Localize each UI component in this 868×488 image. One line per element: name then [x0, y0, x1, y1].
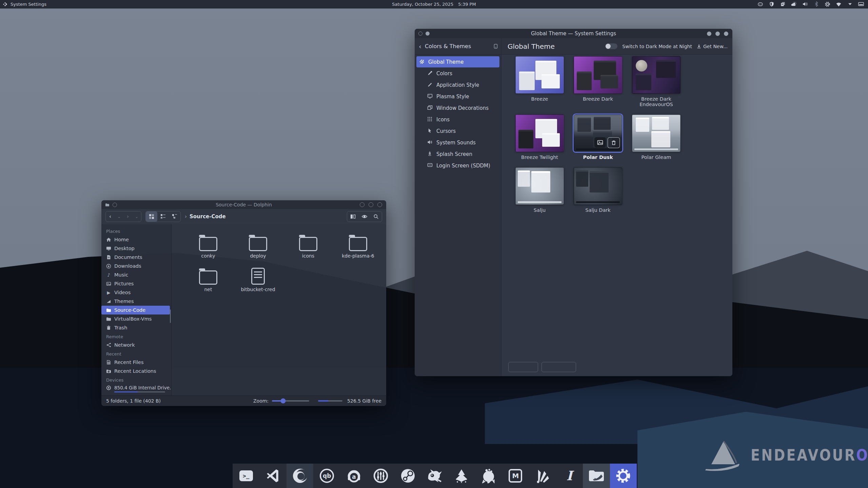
place-recent-files[interactable]: Recent Files: [101, 358, 171, 367]
place-trash[interactable]: Trash: [101, 323, 171, 332]
apply-wallpaper-button[interactable]: [594, 137, 606, 147]
forward-button[interactable]: ›: [123, 211, 132, 222]
dock-item-dolphin[interactable]: [583, 464, 610, 488]
sidebar-item-application-style[interactable]: Application Style: [416, 79, 499, 90]
dock-item-system-settings[interactable]: [610, 464, 637, 488]
delete-theme-button[interactable]: [608, 137, 620, 148]
sidebar-item-global-theme[interactable]: Global Theme: [416, 56, 499, 67]
sidebar-item-login-screen[interactable]: Login Screen (SDDM): [416, 160, 499, 171]
sidebar-item-colors[interactable]: Colors: [416, 68, 499, 79]
theme-tile-breeze-dark-endeavouros[interactable]: Breeze Dark EndeavourOS: [632, 56, 680, 107]
dock-item-inkscape[interactable]: [448, 464, 475, 488]
dock-item-konsole[interactable]: >_: [233, 464, 259, 488]
shield-icon[interactable]: [769, 1, 774, 7]
dolphin-titlebar[interactable]: Source-Code — Dolphin: [101, 200, 386, 209]
device-drive-850[interactable]: 850.4 GiB Internal Drive...: [101, 384, 171, 394]
dark-mode-toggle[interactable]: [605, 43, 617, 49]
dock-item-krita[interactable]: [475, 464, 502, 488]
dark-mode-toggle-label[interactable]: Switch to Dark Mode at Night: [622, 44, 692, 49]
place-videos[interactable]: ▶ Videos: [101, 288, 171, 297]
breadcrumb-folder[interactable]: Source-Code: [190, 214, 226, 220]
zoom-slider-handle[interactable]: [281, 399, 286, 404]
sidebar-item-plasma-style[interactable]: Plasma Style: [416, 91, 499, 102]
place-recent-locations[interactable]: Recent Locations: [101, 367, 171, 375]
place-network[interactable]: Network: [101, 341, 171, 349]
zoom-slider[interactable]: [272, 400, 309, 402]
place-pictures[interactable]: Pictures: [101, 279, 171, 288]
defaults-button[interactable]: [508, 362, 538, 372]
place-virtualbox-vms[interactable]: VirtualBox-Vms: [101, 314, 171, 323]
close-button[interactable]: [377, 202, 382, 207]
tree-view-button[interactable]: [169, 211, 180, 222]
app-menu-icon[interactable]: [3, 2, 8, 7]
dock-item-firefox[interactable]: [287, 464, 313, 488]
back-button[interactable]: ‹: [419, 43, 421, 50]
dock-item-audacious[interactable]: a: [340, 464, 367, 488]
sidebar-item-system-sounds[interactable]: System Sounds: [416, 137, 499, 148]
chat-icon[interactable]: [757, 1, 763, 7]
file-item[interactable]: conky: [188, 233, 229, 259]
sidebar-scrollbar[interactable]: [170, 309, 171, 323]
place-documents[interactable]: Documents: [101, 253, 171, 262]
theme-tile-salju-dark[interactable]: Salju Dark: [574, 167, 622, 213]
details-view-button[interactable]: [157, 211, 169, 222]
theme-tile-polar-dusk[interactable]: Polar Dusk: [574, 115, 622, 160]
close-button[interactable]: [724, 32, 728, 36]
minimize-button[interactable]: [360, 202, 364, 207]
chevron-down-icon[interactable]: [847, 1, 853, 7]
pin-window-button[interactable]: [113, 203, 117, 207]
sidebar-item-icons[interactable]: Icons: [416, 114, 499, 125]
volume-icon[interactable]: [802, 1, 808, 7]
place-downloads[interactable]: Downloads: [101, 262, 171, 270]
theme-tile-polar-gleam[interactable]: Polar Gleam: [632, 115, 680, 160]
split-view-button[interactable]: [347, 211, 359, 222]
file-item[interactable]: icons: [288, 233, 329, 259]
panel-clock[interactable]: Saturday, October 25, 2025 5:39 PM: [392, 2, 476, 7]
bluetooth-icon[interactable]: [813, 1, 819, 7]
sidebar-item-cursors[interactable]: Cursors: [416, 125, 499, 137]
sidebar-item-window-decorations[interactable]: Window Decorations: [416, 102, 499, 114]
dock-item-qbittorrent[interactable]: qb: [313, 464, 340, 488]
dock-item-easyeffects[interactable]: [367, 464, 394, 488]
sidebar-item-splash-screen[interactable]: Splash Screen: [416, 148, 499, 160]
file-item[interactable]: deploy: [238, 233, 278, 259]
panel-box-icon[interactable]: [858, 1, 864, 7]
gear-icon[interactable]: [825, 1, 830, 7]
clipboard-icon[interactable]: [780, 1, 786, 7]
theme-tile-breeze[interactable]: Breeze: [515, 56, 564, 107]
preview-eye-button[interactable]: [359, 211, 370, 222]
keep-above-button[interactable]: [418, 32, 422, 36]
back-button[interactable]: ‹: [106, 211, 115, 222]
file-item[interactable]: kde-plasma-6: [338, 233, 378, 259]
theme-tile-breeze-dark[interactable]: Breeze Dark: [574, 56, 622, 107]
get-new-button[interactable]: Get New...: [697, 44, 728, 49]
maximize-button[interactable]: [369, 202, 373, 207]
weather-icon[interactable]: [791, 1, 797, 7]
dock-item-steam[interactable]: [394, 464, 421, 488]
place-home[interactable]: Home: [101, 235, 171, 244]
sidebar-toggle-icon[interactable]: [494, 44, 498, 49]
place-source-code[interactable]: Source-Code: [101, 306, 170, 314]
breadcrumb[interactable]: › Source-Code: [185, 214, 226, 220]
settings-titlebar[interactable]: Global Theme — System Settings: [415, 29, 732, 38]
minimize-button[interactable]: [707, 32, 711, 36]
file-item[interactable]: bitbucket-cred: [238, 267, 278, 292]
dock-item-mediawriter[interactable]: M: [502, 464, 529, 488]
place-desktop[interactable]: Desktop: [101, 244, 171, 253]
place-themes[interactable]: Themes: [101, 297, 171, 306]
theme-tile-salju[interactable]: Salju: [515, 167, 564, 213]
pin-window-button[interactable]: [426, 32, 430, 36]
dock-item-kdenlive[interactable]: [529, 464, 556, 488]
wifi-icon[interactable]: [836, 1, 842, 7]
icons-view-button[interactable]: [146, 211, 157, 222]
maximize-button[interactable]: [715, 32, 720, 36]
place-music[interactable]: ♪ Music: [101, 270, 171, 279]
file-item[interactable]: net: [188, 267, 229, 292]
apply-button[interactable]: [541, 362, 576, 372]
dock-item-vscode[interactable]: [259, 464, 286, 488]
theme-tile-breeze-twilight[interactable]: Breeze Twilight: [515, 115, 564, 160]
search-icon[interactable]: [370, 211, 382, 222]
back-history-dropdown[interactable]: ⌄: [115, 211, 123, 222]
forward-history-dropdown[interactable]: ⌄: [132, 211, 141, 222]
dock-item-gimp[interactable]: [421, 464, 448, 488]
